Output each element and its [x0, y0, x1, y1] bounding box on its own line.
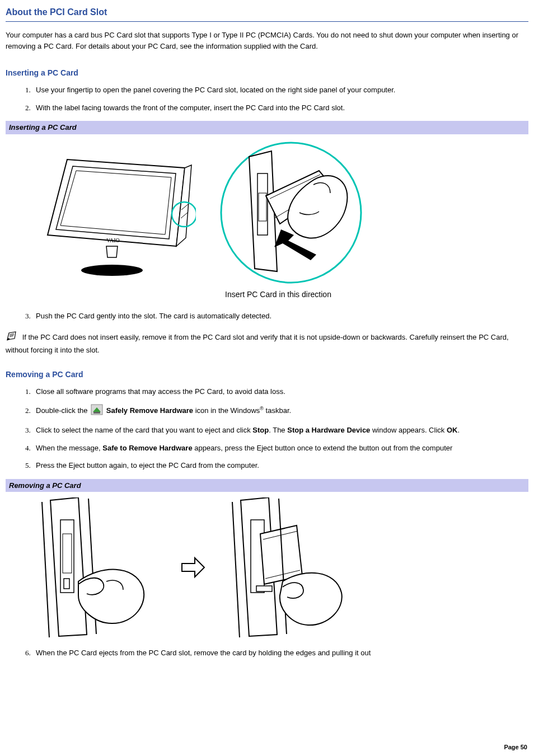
safely-remove-hardware-icon: [91, 404, 103, 419]
text: .: [457, 426, 460, 434]
note-block: If the PC Card does not insert easily, r…: [6, 331, 528, 355]
heading-removing: Removing a PC Card: [6, 369, 528, 381]
svg-rect-20: [256, 586, 272, 591]
list-item: When the message, Safe to Remove Hardwar…: [32, 443, 528, 454]
note-icon: [6, 331, 18, 345]
text: Double-click the: [36, 406, 90, 415]
note-text: If the PC Card does not insert easily, r…: [6, 333, 509, 354]
text-bold: Stop a Hardware Device: [287, 426, 370, 434]
svg-rect-13: [63, 534, 72, 573]
eject-out-illustration: [229, 497, 347, 637]
list-item: With the label facing towards the front …: [32, 102, 528, 114]
arrow-right-icon: [179, 553, 207, 581]
svg-rect-11: [93, 412, 100, 414]
list-item: Double-click the Safely Remove Hardware …: [32, 404, 528, 419]
hand-insert-illustration: [218, 140, 364, 285]
figure-insert-caption: Insert PC Card in this direction: [39, 289, 517, 300]
figure-caption-bar-remove: Removing a PC Card: [6, 479, 528, 492]
svg-point-0: [81, 265, 143, 276]
heading-inserting: Inserting a PC Card: [6, 67, 528, 79]
text: When the message,: [36, 444, 102, 452]
eject-press-illustration: [39, 497, 157, 637]
text-bold: Safe to Remove Hardware: [102, 444, 192, 452]
text: Click to select the name of the card tha…: [36, 426, 252, 434]
insert-steps-b: Push the PC Card gently into the slot. T…: [6, 311, 528, 322]
text: taskbar.: [264, 406, 291, 415]
text: window appears. Click: [370, 426, 447, 434]
svg-line-21: [232, 502, 240, 637]
insert-steps-a: Use your fingertip to open the panel cov…: [6, 84, 528, 113]
remove-steps: Close all software programs that may acc…: [6, 386, 528, 471]
text: icon in the Windows: [195, 406, 260, 415]
text: appears, press the Eject button once to …: [193, 444, 453, 452]
registered-mark: ®: [260, 405, 264, 411]
list-item: Click to select the name of the card tha…: [32, 425, 528, 436]
list-item: When the PC Card ejects from the PC Card…: [32, 647, 528, 659]
figure-insert: VAIO Inse: [6, 134, 528, 306]
list-item: Use your fingertip to open the panel cov…: [32, 84, 528, 96]
page-title: About the PCI Card Slot: [6, 6, 528, 22]
svg-rect-14: [64, 579, 69, 589]
figure-caption-bar-insert: Inserting a PC Card: [6, 121, 528, 134]
list-item: Press the Eject button again, to eject t…: [32, 460, 528, 471]
figure-remove: [6, 492, 528, 643]
svg-text:VAIO: VAIO: [106, 237, 120, 243]
monitor-illustration: VAIO: [39, 148, 196, 277]
svg-rect-7: [259, 193, 266, 221]
intro-paragraph: Your computer has a card bus PC Card slo…: [6, 30, 528, 51]
remove-steps-b: When the PC Card ejects from the PC Card…: [6, 647, 528, 659]
text-bold: OK: [447, 426, 458, 434]
text: . The: [269, 426, 287, 434]
list-item: Close all software programs that may acc…: [32, 386, 528, 397]
svg-line-15: [42, 502, 49, 637]
list-item: Push the PC Card gently into the slot. T…: [32, 311, 528, 322]
text-bold: Safely Remove Hardware: [106, 406, 193, 415]
text-bold: Stop: [252, 426, 269, 434]
